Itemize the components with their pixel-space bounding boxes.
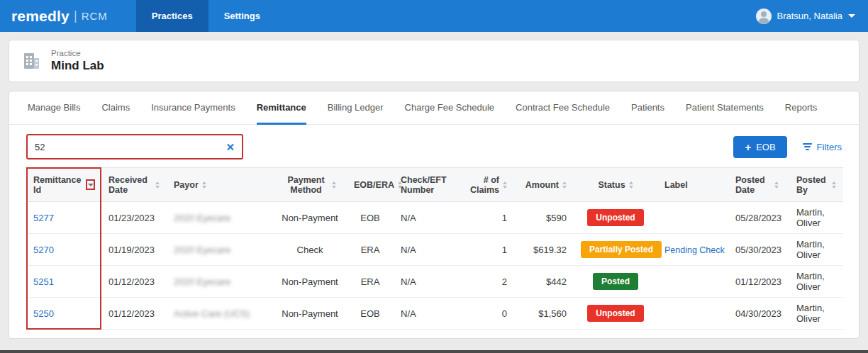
sort-icon — [629, 181, 633, 189]
search-input[interactable] — [35, 142, 226, 152]
cell-payment-method: Check — [273, 234, 347, 266]
practice-label: Practice — [51, 49, 104, 57]
header-label: Payor — [174, 180, 199, 190]
add-eob-button[interactable]: + EOB — [733, 136, 786, 158]
cell-posted-by: Martin, Oliver — [789, 202, 843, 234]
tab-manage-bills[interactable]: Manage Bills — [28, 91, 80, 125]
top-header-bar: remedly | RCM Practices Settings Bratsun… — [0, 0, 868, 32]
brand-divider: | — [74, 9, 77, 23]
cell-label[interactable]: Pending Check — [664, 245, 725, 255]
cell-payor: 2020 Eyecare — [174, 276, 230, 287]
filters-label: Filters — [817, 142, 842, 152]
cell-payment-method: Non-Payment — [273, 298, 347, 330]
tab-remittance[interactable]: Remittance — [257, 91, 306, 125]
sort-icon — [202, 181, 206, 189]
tab-contract-fee-schedule[interactable]: Contract Fee Schedule — [516, 91, 610, 125]
header-label: Posted By — [796, 175, 828, 195]
nav-item-practices[interactable]: Practices — [136, 0, 208, 32]
plus-icon: + — [745, 142, 751, 152]
table-row[interactable]: 5270 01/19/2023 2020 Eyecare Check ERA N… — [26, 234, 843, 266]
tab-patient-statements[interactable]: Patient Statements — [686, 91, 764, 125]
filters-button[interactable]: Filters — [803, 142, 842, 152]
remittance-id-link[interactable]: 5251 — [33, 276, 54, 287]
remittance-id-link[interactable]: 5270 — [33, 245, 54, 255]
tab-reports[interactable]: Reports — [785, 91, 818, 125]
tab-bar: Manage Bills Claims Insurance Payments R… — [9, 91, 859, 125]
cell-amount: $590 — [514, 202, 574, 234]
cell-payor: 2020 Eyecare — [174, 213, 230, 223]
cell-received-date: 01/12/2023 — [101, 298, 167, 330]
cell-num-claims: 1 — [459, 202, 514, 234]
header-label: Check/EFT Number — [401, 175, 445, 195]
header-amount[interactable]: Amount — [514, 168, 574, 202]
sort-icon — [832, 181, 836, 189]
header-received-date[interactable]: Received Date — [101, 168, 167, 202]
header-payor[interactable]: Payor — [167, 168, 273, 202]
practice-name: Mind Lab — [51, 59, 104, 73]
tab-insurance-payments[interactable]: Insurance Payments — [151, 91, 235, 125]
table-row[interactable]: 5277 01/23/2023 2020 Eyecare Non-Payment… — [26, 202, 843, 234]
header-label: # of Claims — [466, 175, 499, 195]
header-label: Posted Date — [735, 175, 771, 195]
status-badge: Unposted — [587, 209, 643, 226]
cell-posted-date: 04/30/2023 — [728, 298, 789, 330]
header-payment-method[interactable]: Payment Method — [273, 168, 347, 202]
header-label: Remittance Id — [33, 175, 82, 195]
cell-eob-era: EOB — [347, 202, 394, 234]
header-eob-era[interactable]: EOB/ERA — [347, 168, 394, 202]
cell-posted-date: 01/12/2023 — [728, 266, 789, 298]
remittance-id-link[interactable]: 5250 — [33, 308, 54, 319]
filter-icon — [803, 143, 812, 150]
practice-card: Practice Mind Lab — [9, 40, 859, 82]
tab-patients[interactable]: Patients — [631, 91, 664, 125]
cell-check-eft: N/A — [394, 266, 459, 298]
cell-payor: 2020 Eyecare — [174, 245, 230, 255]
header-num-claims[interactable]: # of Claims — [459, 168, 514, 202]
header-status[interactable]: Status — [574, 168, 657, 202]
cell-payor: Active Care (UCS) — [174, 308, 250, 319]
table-row[interactable]: 5251 01/12/2023 2020 Eyecare Non-Payment… — [26, 266, 843, 298]
clear-search-icon[interactable]: ✕ — [226, 142, 235, 152]
cell-check-eft: N/A — [394, 298, 459, 330]
header-remittance-id[interactable]: Remittance Id — [26, 168, 101, 202]
cell-eob-era: ERA — [347, 234, 394, 266]
header-label: Amount — [525, 180, 559, 190]
building-icon — [21, 50, 42, 72]
chevron-down-icon — [848, 14, 855, 18]
search-box: ✕ — [26, 134, 243, 159]
table-row[interactable]: 5250 01/12/2023 Active Care (UCS) Non-Pa… — [26, 298, 843, 330]
header-posted-date[interactable]: Posted Date — [728, 168, 789, 202]
user-avatar-icon — [756, 9, 772, 24]
header-label-col[interactable]: Label — [657, 168, 728, 202]
header-label: Received Date — [108, 175, 152, 195]
top-navigation: Practices Settings — [136, 0, 276, 32]
window-bottom-edge — [0, 350, 868, 353]
user-name: Bratsun, Natalia — [777, 11, 843, 21]
sort-icon — [332, 181, 336, 189]
sort-icon — [774, 181, 779, 189]
table-header-row: Remittance Id Received Date Payor — [26, 168, 843, 202]
main-content-card: Manage Bills Claims Insurance Payments R… — [9, 91, 859, 339]
toolbar: ✕ + EOB Filters — [9, 125, 859, 167]
brand-logo: remedly | RCM — [11, 0, 108, 32]
cell-payment-method: Non-Payment — [273, 202, 347, 234]
header-label: Status — [598, 180, 625, 190]
brand-product: RCM — [82, 10, 108, 22]
header-check-eft-number[interactable]: Check/EFT Number — [394, 168, 459, 202]
brand-name: remedly — [11, 8, 69, 25]
column-dropdown-icon[interactable] — [86, 179, 95, 190]
cell-received-date: 01/12/2023 — [101, 266, 167, 298]
user-menu[interactable]: Bratsun, Natalia — [756, 0, 856, 32]
cell-posted-date: 05/30/2023 — [728, 234, 789, 266]
remittance-id-link[interactable]: 5277 — [33, 213, 54, 223]
header-label: Label — [664, 180, 688, 190]
tab-billing-ledger[interactable]: Billing Ledger — [328, 91, 384, 125]
header-posted-by[interactable]: Posted By — [789, 168, 843, 202]
tab-charge-fee-schedule[interactable]: Charge Fee Schedule — [405, 91, 494, 125]
cell-eob-era: ERA — [347, 266, 394, 298]
tab-claims[interactable]: Claims — [101, 91, 130, 125]
nav-item-settings[interactable]: Settings — [208, 0, 276, 32]
sort-icon — [155, 181, 160, 189]
cell-num-claims: 0 — [459, 298, 514, 330]
remittance-table-wrap: Remittance Id Received Date Payor — [26, 167, 842, 330]
